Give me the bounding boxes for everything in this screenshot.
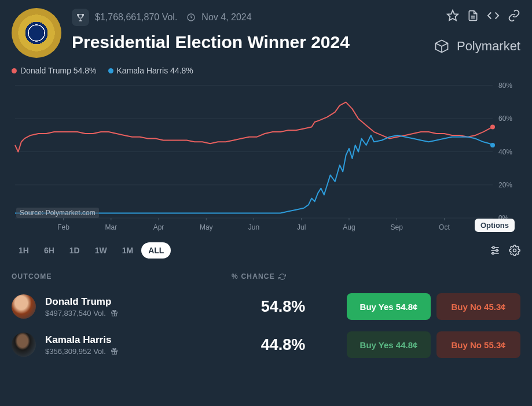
outcomes-header: OUTCOME % CHANCE (0, 259, 532, 287)
refresh-icon[interactable] (278, 273, 286, 280)
th-outcome: OUTCOME (12, 272, 232, 280)
svg-text:Apr: Apr (153, 223, 164, 231)
gift-icon[interactable] (111, 348, 118, 355)
svg-text:Jul: Jul (297, 223, 306, 231)
source-attribution: Source: Polymarket.com (16, 208, 99, 218)
svg-text:80%: 80% (498, 82, 512, 90)
document-icon[interactable] (467, 9, 479, 22)
brand-label: Polymarket (457, 39, 520, 54)
range-all[interactable]: ALL (141, 242, 171, 259)
buy-no-button[interactable]: Buy No 55.3¢ (436, 331, 520, 358)
svg-text:20%: 20% (498, 181, 512, 189)
dot-icon (12, 68, 17, 73)
trophy-icon (76, 13, 85, 22)
legend-item-harris: Kamala Harris 44.8% (108, 66, 193, 75)
svg-text:Sep: Sep (391, 223, 403, 231)
buy-no-button[interactable]: Buy No 45.3¢ (436, 293, 520, 320)
chart-tools (489, 245, 520, 256)
embed-icon[interactable] (487, 9, 500, 22)
svg-point-30 (490, 125, 495, 130)
gift-icon[interactable] (111, 309, 118, 317)
th-chance: % CHANCE (232, 272, 324, 280)
avatar-harris (12, 333, 36, 357)
star-icon[interactable] (446, 9, 459, 22)
range-1h[interactable]: 1H (12, 242, 36, 259)
header: $1,768,661,870 Vol. Nov 4, 2024 Presiden… (0, 0, 532, 58)
brand: Polymarket (434, 38, 520, 54)
range-1w[interactable]: 1W (88, 242, 114, 259)
dot-icon (108, 68, 113, 73)
chart-legend: Donald Trump 54.8% Kamala Harris 44.8% (0, 58, 532, 80)
svg-text:Oct: Oct (439, 223, 450, 231)
range-6h[interactable]: 6H (37, 242, 61, 259)
svg-text:Mar: Mar (105, 223, 117, 231)
clock-icon (186, 13, 196, 22)
chart-container: 0%20%40%60%80%FebMarAprMayJunJulAugSepOc… (0, 80, 532, 234)
presidential-seal-icon (12, 8, 61, 58)
svg-text:May: May (200, 223, 213, 231)
svg-text:Feb: Feb (57, 223, 69, 231)
svg-point-36 (496, 249, 498, 251)
link-icon[interactable] (508, 9, 520, 22)
legend-item-trump: Donald Trump 54.8% (12, 66, 97, 75)
svg-text:40%: 40% (498, 148, 512, 156)
outcome-chance: 44.8% (234, 336, 332, 354)
outcome-volume: $497,837,540 Vol. (45, 309, 225, 318)
range-1d[interactable]: 1D (63, 242, 87, 259)
legend-label: Donald Trump 54.8% (20, 66, 97, 75)
market-date: Nov 4, 2024 (201, 12, 251, 23)
outcome-buttons: Buy Yes 44.8¢ Buy No 55.3¢ (347, 331, 520, 358)
svg-point-31 (490, 143, 495, 147)
svg-point-38 (513, 249, 516, 252)
buy-yes-button[interactable]: Buy Yes 54.8¢ (347, 293, 431, 320)
range-1m[interactable]: 1M (115, 242, 140, 259)
options-tooltip: Options (475, 219, 515, 232)
outcome-row-trump: Donald Trump $497,837,540 Vol. 54.8% Buy… (0, 287, 532, 326)
outcome-name: Kamala Harris (45, 334, 225, 346)
svg-text:Aug: Aug (343, 223, 355, 231)
outcome-chance: 54.8% (234, 298, 332, 316)
svg-point-37 (492, 252, 494, 254)
svg-point-35 (493, 246, 494, 248)
outcome-buttons: Buy Yes 54.8¢ Buy No 45.3¢ (347, 293, 520, 320)
svg-text:Jun: Jun (248, 223, 259, 231)
time-range-row: 1H 6H 1D 1W 1M ALL (0, 234, 532, 259)
outcome-row-harris: Kamala Harris $356,309,952 Vol. 44.8% Bu… (0, 326, 532, 364)
gear-icon[interactable] (509, 245, 520, 256)
outcome-info: Donald Trump $497,837,540 Vol. (45, 296, 225, 318)
svg-marker-1 (447, 10, 458, 20)
outcome-info: Kamala Harris $356,309,952 Vol. (45, 334, 225, 356)
svg-text:60%: 60% (498, 115, 512, 123)
sliders-icon[interactable] (489, 245, 501, 256)
buy-yes-button[interactable]: Buy Yes 44.8¢ (347, 331, 431, 358)
total-volume: $1,768,661,870 Vol. (95, 12, 177, 23)
polymarket-logo-icon (434, 38, 450, 54)
outcome-volume: $356,309,952 Vol. (45, 347, 225, 356)
outcome-name: Donald Trump (45, 296, 225, 308)
legend-label: Kamala Harris 44.8% (117, 66, 193, 75)
avatar-trump (12, 294, 36, 319)
trophy-badge (72, 9, 89, 26)
action-bar (446, 9, 520, 22)
